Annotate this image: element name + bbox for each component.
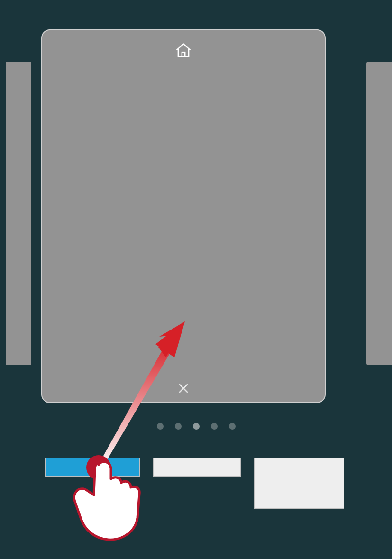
page-dot-1[interactable] (157, 423, 164, 430)
page-indicator[interactable] (157, 423, 236, 430)
bottom-button-1[interactable] (45, 458, 140, 477)
card-peek-right[interactable] (366, 62, 392, 365)
close-icon[interactable] (176, 381, 191, 395)
bottom-row (45, 458, 344, 509)
page-dot-4[interactable] (211, 423, 218, 430)
page-dot-5[interactable] (229, 423, 236, 430)
card-peek-left[interactable] (6, 62, 31, 365)
main-card[interactable] (41, 29, 326, 403)
svg-rect-0 (182, 52, 185, 57)
bottom-panel-3[interactable] (254, 458, 344, 509)
page-dot-3[interactable] (193, 423, 200, 430)
home-icon[interactable] (174, 42, 192, 60)
bottom-button-2[interactable] (153, 458, 241, 477)
page-dot-2[interactable] (175, 423, 182, 430)
